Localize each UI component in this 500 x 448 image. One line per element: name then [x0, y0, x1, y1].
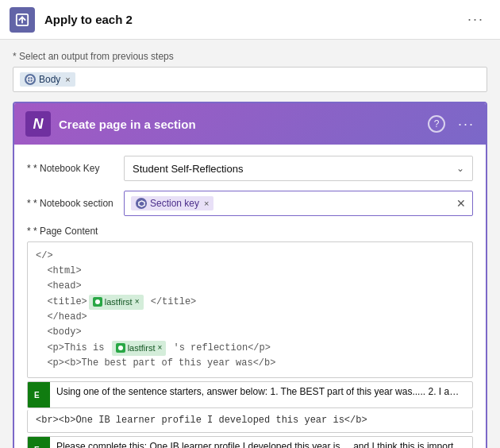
section-key-icon [136, 198, 147, 209]
header-bar: Apply to each 2 ··· [0, 0, 500, 40]
section-key-tag: Section key × [131, 196, 213, 210]
notebook-key-row: * * Notebook Key Student Self-Reflection… [27, 156, 473, 181]
output-tag-input[interactable]: Body × [13, 67, 487, 92]
body-tag-label: Body [39, 74, 60, 85]
section-key-label: Section key [150, 198, 199, 209]
sentence-text-2: Please complete this: One IB learner pro… [50, 437, 472, 449]
svg-text:E: E [34, 446, 40, 449]
code-line-1: </> [36, 249, 464, 264]
sentence-block-1: E Using one of the sentence starters, an… [27, 381, 473, 408]
lastfirst-label-2: lastfirst [128, 342, 156, 356]
svg-point-6 [118, 346, 123, 350]
notebook-req-star: * [27, 163, 33, 174]
onenote-title: Create page in a section [59, 118, 420, 131]
br-code-line: <br><b>One IB learner profile I develope… [27, 410, 473, 432]
code-line-p2: <p><b>The best part of this year was</b> [36, 356, 464, 371]
lastfirst-close-1[interactable]: × [135, 295, 140, 308]
onenote-card: N Create page in a section ? ··· * * Not… [13, 102, 487, 448]
notebook-key-arrow: ⌄ [456, 163, 464, 174]
onenote-help-button[interactable]: ? [428, 115, 445, 133]
loop-icon [10, 7, 35, 33]
notebook-section-row: * * Notebook section Section key × ✕ [27, 191, 473, 216]
lastfirst-close-2[interactable]: × [157, 342, 162, 354]
notebook-section-input[interactable]: Section key × ✕ [124, 191, 473, 216]
notebook-key-select[interactable]: Student Self-Reflections ⌄ [124, 156, 473, 181]
onenote-logo: N [25, 111, 51, 137]
page-content-section: * * Page Content </> <html> <head> <titl… [27, 226, 473, 448]
body-tag-icon [25, 74, 36, 85]
code-line-title: <title> lastfirst × </title> [36, 295, 464, 311]
sentence-text-1: Using one of the sentence starters, answ… [50, 382, 472, 401]
page-req-star: * [27, 226, 33, 237]
notebook-section-label: * * Notebook section [27, 198, 114, 209]
onenote-menu-button[interactable]: ··· [458, 116, 475, 133]
lastfirst-icon-1 [93, 297, 102, 307]
select-output-label: * Select an output from previous steps [13, 51, 487, 62]
select-output-section: * Select an output from previous steps B… [13, 51, 487, 92]
lastfirst-icon-2 [116, 343, 125, 353]
outer-container: * Select an output from previous steps B… [0, 40, 500, 448]
header-menu-button[interactable]: ··· [461, 8, 490, 31]
body-tag: Body × [20, 72, 75, 87]
excel-icon-1: E [28, 382, 50, 407]
lastfirst-tag-1: lastfirst × [89, 295, 144, 311]
code-line-3: <head> [36, 279, 464, 294]
header-title: Apply to each 2 [44, 13, 461, 26]
lastfirst-tag-2: lastfirst × [112, 341, 167, 357]
section-field-clear[interactable]: ✕ [456, 197, 466, 210]
lastfirst-label-1: lastfirst [105, 295, 133, 310]
section-key-close[interactable]: × [204, 199, 209, 208]
sentence-block-2: E Please complete this: One IB learner p… [27, 436, 473, 449]
svg-marker-4 [138, 200, 144, 206]
card-body: * * Notebook Key Student Self-Reflection… [14, 145, 486, 448]
code-editor[interactable]: </> <html> <head> <title> lastfirst × [27, 241, 473, 378]
svg-text:E: E [34, 391, 40, 400]
onenote-header: N Create page in a section ? ··· [14, 103, 486, 145]
excel-icon-2: E [28, 437, 50, 449]
code-line-p1: <p>This is lastfirst × 's reflection</p> [36, 341, 464, 357]
code-line-5: <body> [36, 325, 464, 340]
body-tag-close[interactable]: × [65, 75, 70, 84]
svg-point-5 [95, 299, 100, 304]
page-content-label: * * Page Content [27, 226, 473, 237]
notebook-key-value: Student Self-Reflections [133, 163, 456, 175]
code-line-4: </head> [36, 310, 464, 325]
code-line-2: <html> [36, 264, 464, 279]
section-req-star: * [27, 198, 33, 209]
notebook-key-label: * * Notebook Key [27, 163, 114, 174]
